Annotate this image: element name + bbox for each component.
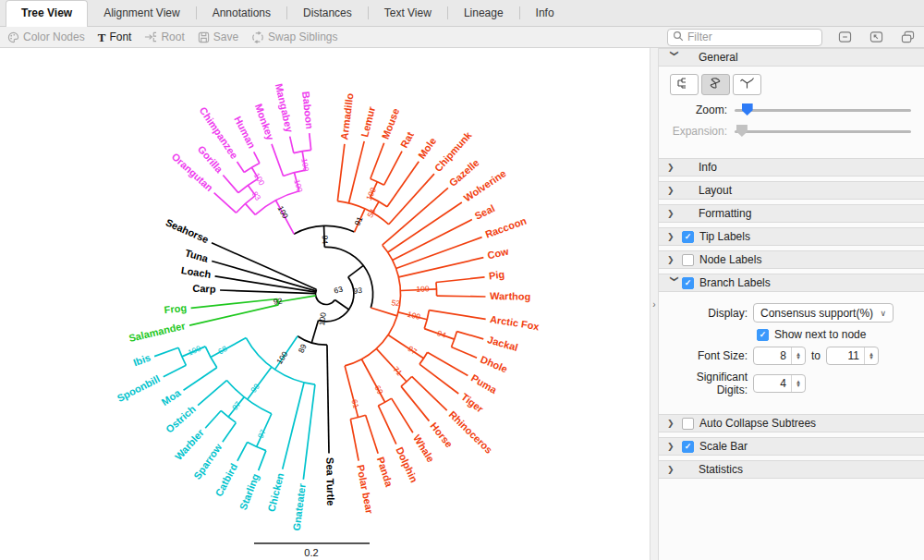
display-dropdown[interactable]: Consensus support(%) ∨ bbox=[753, 303, 894, 323]
svg-text:Monkey: Monkey bbox=[253, 103, 277, 142]
chevron-down-icon: ❯ bbox=[670, 50, 679, 65]
svg-text:Puma: Puma bbox=[469, 372, 500, 396]
chevron-right-icon: ❯ bbox=[667, 232, 682, 241]
svg-text:100: 100 bbox=[252, 171, 267, 188]
svg-text:Frog: Frog bbox=[164, 302, 188, 315]
duplicate-window-button[interactable] bbox=[898, 29, 917, 45]
section-label: Tip Labels bbox=[699, 230, 750, 243]
palette-icon bbox=[7, 31, 19, 43]
chevron-right-icon: ❯ bbox=[667, 465, 682, 474]
section-header-tip-labels[interactable]: ❯ ✓ Tip Labels bbox=[659, 227, 924, 246]
svg-text:Arctic Fox: Arctic Fox bbox=[489, 313, 541, 332]
svg-text:Carp: Carp bbox=[192, 283, 216, 295]
zoom-slider-thumb[interactable] bbox=[742, 103, 753, 116]
svg-text:Jackal: Jackal bbox=[486, 334, 519, 353]
svg-text:Cow: Cow bbox=[486, 245, 510, 261]
step-down-icon[interactable]: ▾ bbox=[796, 356, 800, 359]
settings-panel: ❯ General bbox=[659, 48, 924, 560]
chevron-right-icon: ❯ bbox=[667, 186, 682, 195]
swap-arrows-icon bbox=[251, 31, 264, 43]
svg-text:94: 94 bbox=[321, 235, 330, 244]
step-down-icon[interactable]: ▾ bbox=[869, 356, 873, 359]
swap-siblings-button[interactable]: Swap Siblings bbox=[251, 30, 337, 43]
svg-text:100: 100 bbox=[416, 284, 430, 294]
section-header-scale-bar[interactable]: ❯ ✓ Scale Bar bbox=[659, 437, 924, 456]
save-icon bbox=[198, 31, 210, 43]
auto-collapse-checkbox[interactable] bbox=[682, 418, 694, 430]
collapse-panel-button[interactable] bbox=[835, 29, 854, 45]
svg-text:Catbird: Catbird bbox=[213, 461, 239, 498]
save-button[interactable]: Save bbox=[198, 30, 238, 43]
root-arrow-icon bbox=[144, 31, 157, 43]
layout-circular-button[interactable] bbox=[701, 74, 730, 95]
search-icon bbox=[673, 29, 684, 45]
svg-text:Human: Human bbox=[232, 115, 258, 151]
chevron-right-icon: › bbox=[652, 299, 655, 310]
tab-tree-view[interactable]: Tree View bbox=[6, 0, 88, 27]
branch-labels-checkbox[interactable]: ✓ bbox=[682, 277, 694, 289]
svg-text:Ostrich: Ostrich bbox=[164, 403, 198, 435]
root-button[interactable]: Root bbox=[144, 30, 184, 43]
scale-bar-checkbox[interactable]: ✓ bbox=[682, 441, 694, 453]
circular-tree-icon bbox=[708, 77, 723, 92]
svg-text:Polar bear: Polar bear bbox=[355, 464, 375, 516]
svg-text:Ibis: Ibis bbox=[132, 352, 152, 369]
show-next-to-node-checkbox[interactable]: ✓ bbox=[757, 329, 769, 341]
popout-window-button[interactable] bbox=[867, 29, 885, 45]
section-header-formatting[interactable]: ❯ Formatting bbox=[659, 204, 924, 223]
section-header-info[interactable]: ❯ Info bbox=[659, 158, 924, 177]
svg-text:Seahorse: Seahorse bbox=[164, 216, 211, 245]
tab-info[interactable]: Info bbox=[520, 0, 570, 26]
svg-text:0.2: 0.2 bbox=[304, 547, 318, 558]
zoom-slider[interactable] bbox=[735, 103, 911, 116]
rectangular-tree-icon bbox=[676, 77, 692, 92]
layout-rectangular-button[interactable] bbox=[670, 74, 699, 95]
svg-text:Rat: Rat bbox=[398, 129, 416, 150]
section-header-layout[interactable]: ❯ Layout bbox=[659, 181, 924, 200]
tip-labels-checkbox[interactable]: ✓ bbox=[682, 231, 694, 243]
svg-text:Mole: Mole bbox=[416, 135, 438, 160]
layout-radial-button[interactable] bbox=[733, 74, 761, 95]
stepper-buttons[interactable]: ▴ ▾ bbox=[791, 375, 805, 392]
stepper-buttons[interactable]: ▴ ▾ bbox=[864, 347, 878, 364]
stepper-buttons[interactable]: ▴ ▾ bbox=[791, 347, 805, 364]
font-size-max-spinner[interactable]: 11 ▴ ▾ bbox=[826, 347, 879, 365]
section-header-node-labels[interactable]: ❯ Node Labels bbox=[659, 250, 924, 269]
svg-text:Rhinoceros: Rhinoceros bbox=[447, 408, 495, 456]
filter-input[interactable] bbox=[687, 30, 808, 43]
section-header-auto-collapse[interactable]: ❯ Auto Collapse Subtrees bbox=[659, 414, 924, 432]
expansion-slider bbox=[735, 125, 911, 138]
svg-text:92: 92 bbox=[273, 296, 283, 306]
significant-digits-label: Significant Digits: bbox=[668, 371, 748, 396]
tab-text-view[interactable]: Text View bbox=[369, 0, 447, 26]
font-size-min-spinner[interactable]: 8 ▴ ▾ bbox=[753, 347, 806, 365]
phylogenetic-tree[interactable]: SeahorseTunaLoachCarpFrogSalamander92Ibi… bbox=[0, 48, 650, 560]
node-labels-checkbox[interactable] bbox=[682, 254, 694, 266]
significant-digits-spinner[interactable]: 4 ▴ ▾ bbox=[753, 374, 806, 393]
color-nodes-button[interactable]: Color Nodes bbox=[7, 30, 85, 43]
svg-text:52: 52 bbox=[391, 298, 401, 308]
section-label: Branch Labels bbox=[699, 276, 771, 289]
step-down-icon[interactable]: ▾ bbox=[796, 383, 800, 387]
panel-collapse-handle[interactable]: › bbox=[650, 48, 659, 560]
chevron-right-icon: ❯ bbox=[667, 209, 682, 218]
tab-annotations[interactable]: Annotations bbox=[197, 0, 286, 26]
svg-text:Panda: Panda bbox=[375, 456, 395, 489]
svg-text:Tuna: Tuna bbox=[184, 247, 211, 264]
section-header-statistics[interactable]: ❯ Statistics bbox=[659, 460, 924, 479]
svg-text:68: 68 bbox=[216, 344, 228, 356]
expansion-slider-track bbox=[735, 130, 911, 133]
tab-lineage[interactable]: Lineage bbox=[448, 0, 519, 26]
section-header-branch-labels[interactable]: ❯ ✓ Branch Labels bbox=[659, 274, 924, 292]
section-header-general[interactable]: ❯ General bbox=[659, 48, 924, 67]
chevron-down-icon: ∨ bbox=[880, 309, 886, 318]
tab-alignment-view[interactable]: Alignment View bbox=[88, 0, 196, 26]
font-size-label: Font Size: bbox=[668, 349, 748, 362]
svg-text:Dhole: Dhole bbox=[479, 353, 509, 374]
svg-text:100: 100 bbox=[407, 310, 421, 322]
save-label: Save bbox=[213, 30, 238, 43]
svg-text:Baboon: Baboon bbox=[300, 91, 315, 129]
tab-distances[interactable]: Distances bbox=[287, 0, 368, 26]
filter-box bbox=[667, 29, 822, 46]
font-button[interactable]: T Font bbox=[98, 30, 132, 43]
